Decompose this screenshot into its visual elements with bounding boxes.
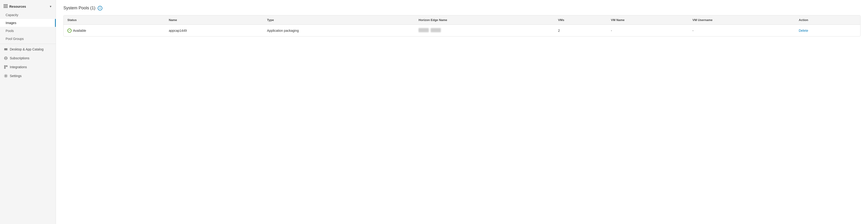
section-title-text: System Pools (1) [63, 6, 95, 10]
blurred-value-2 [431, 28, 441, 32]
cell-action: Delete [795, 25, 860, 36]
svg-rect-6 [4, 7, 5, 8]
table-header-row: Status Name Type Horizon Edge Name VMs V… [64, 16, 860, 25]
sidebar-item-subscriptions[interactable]: Subscriptions [0, 54, 56, 63]
cell-status: ✓ Available [64, 25, 165, 36]
sidebar-item-pools[interactable]: Pools [0, 27, 56, 35]
svg-rect-10 [4, 49, 7, 50]
integrations-icon [4, 65, 8, 69]
col-header-status: Status [64, 16, 165, 25]
svg-point-17 [6, 66, 7, 67]
chevron-down-icon: ▼ [49, 5, 52, 8]
svg-rect-8 [6, 7, 7, 8]
table-row: ✓ Available appcap1449 Application packa… [64, 25, 860, 36]
status-text: Available [73, 29, 86, 32]
section-title-wrapper: System Pools (1) i [63, 6, 861, 10]
svg-point-21 [5, 76, 6, 77]
svg-rect-0 [4, 4, 5, 5]
cell-vms: 2 [554, 25, 607, 36]
sidebar-item-images[interactable]: Images [0, 19, 56, 27]
svg-point-14 [4, 58, 5, 58]
info-icon[interactable]: i [98, 6, 102, 10]
col-header-name: Name [165, 16, 263, 25]
sidebar-group-label: Desktop & App Catalog [10, 48, 43, 51]
sidebar-group-label: Integrations [10, 65, 27, 69]
col-header-vm-username: VM Username [689, 16, 795, 25]
sidebar-divider [0, 44, 56, 44]
svg-rect-2 [6, 4, 7, 5]
sidebar-item-label: Images [6, 21, 16, 25]
cell-name: appcap1449 [165, 25, 263, 36]
layers-icon [4, 47, 8, 51]
col-header-vms: VMs [554, 16, 607, 25]
svg-point-13 [5, 58, 6, 59]
grid-icon [4, 4, 7, 9]
col-header-action: Action [795, 16, 860, 25]
svg-point-16 [4, 66, 6, 67]
svg-rect-3 [4, 6, 5, 6]
gear-icon [4, 74, 8, 78]
svg-rect-11 [4, 48, 7, 49]
sidebar: Resources ▼ Capacity Images Pools Pool G… [0, 0, 56, 224]
main-content: System Pools (1) i Status Name Type Hori… [56, 0, 868, 224]
system-pools-table: Status Name Type Horizon Edge Name VMs V… [63, 15, 861, 36]
sidebar-item-integrations[interactable]: Integrations [0, 63, 56, 72]
cell-vm-username: - [689, 25, 795, 36]
cell-horizon-edge-name [415, 25, 554, 36]
col-header-vm-name: VM Name [607, 16, 689, 25]
subscription-icon [4, 56, 8, 60]
sidebar-group-label: Settings [10, 74, 22, 78]
svg-point-15 [7, 58, 7, 58]
svg-rect-4 [5, 6, 6, 6]
cell-vm-name: - [607, 25, 689, 36]
sidebar-item-settings[interactable]: Settings [0, 72, 56, 80]
sidebar-item-pool-groups[interactable]: Pool Groups [0, 35, 56, 43]
svg-point-18 [4, 67, 6, 69]
delete-link[interactable]: Delete [799, 29, 808, 32]
sidebar-item-capacity[interactable]: Capacity [0, 11, 56, 19]
col-header-horizon-edge-name: Horizon Edge Name [415, 16, 554, 25]
sidebar-item-label: Pools [6, 29, 14, 33]
blurred-value-1 [418, 28, 429, 32]
svg-rect-9 [4, 50, 7, 50]
available-check-icon: ✓ [67, 28, 71, 33]
cell-type: Application packaging [263, 25, 415, 36]
svg-rect-7 [5, 7, 6, 8]
resources-label: Resources [9, 5, 26, 8]
sidebar-item-desktop-app-catalog[interactable]: Desktop & App Catalog [0, 45, 56, 54]
svg-rect-1 [5, 4, 6, 5]
col-header-type: Type [263, 16, 415, 25]
sidebar-group-label: Subscriptions [10, 56, 29, 60]
sidebar-item-label: Capacity [6, 13, 18, 17]
sidebar-item-label: Pool Groups [6, 37, 24, 40]
resources-section-header[interactable]: Resources ▼ [0, 2, 56, 11]
svg-rect-5 [6, 6, 7, 6]
